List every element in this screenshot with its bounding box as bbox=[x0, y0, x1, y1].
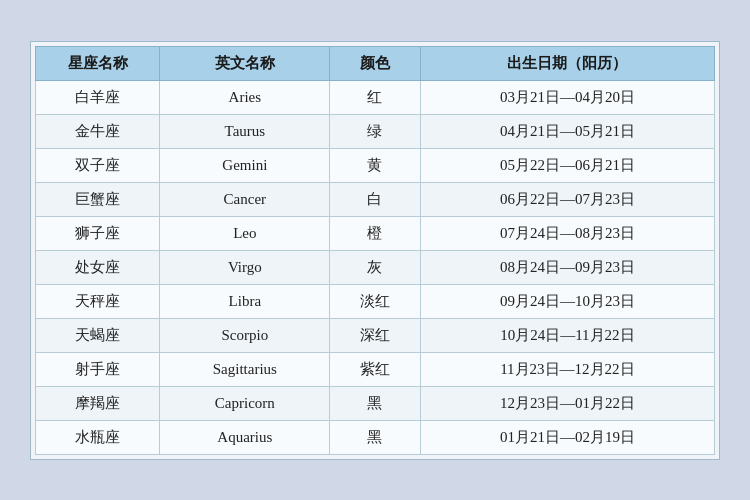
table-row: 摩羯座Capricorn黑12月23日—01月22日 bbox=[36, 386, 715, 420]
cell-color: 绿 bbox=[330, 114, 421, 148]
cell-en: Libra bbox=[160, 284, 330, 318]
table-row: 白羊座Aries红03月21日—04月20日 bbox=[36, 80, 715, 114]
cell-date: 10月24日—11月22日 bbox=[420, 318, 714, 352]
cell-zh: 天秤座 bbox=[36, 284, 160, 318]
cell-en: Aquarius bbox=[160, 420, 330, 454]
cell-en: Leo bbox=[160, 216, 330, 250]
cell-zh: 巨蟹座 bbox=[36, 182, 160, 216]
table-row: 巨蟹座Cancer白06月22日—07月23日 bbox=[36, 182, 715, 216]
cell-color: 黑 bbox=[330, 420, 421, 454]
zodiac-table: 星座名称 英文名称 颜色 出生日期（阳历） 白羊座Aries红03月21日—04… bbox=[35, 46, 715, 455]
table-row: 射手座Sagittarius紫红11月23日—12月22日 bbox=[36, 352, 715, 386]
cell-zh: 白羊座 bbox=[36, 80, 160, 114]
cell-zh: 射手座 bbox=[36, 352, 160, 386]
cell-color: 淡红 bbox=[330, 284, 421, 318]
cell-date: 08月24日—09月23日 bbox=[420, 250, 714, 284]
cell-date: 01月21日—02月19日 bbox=[420, 420, 714, 454]
zodiac-table-container: 星座名称 英文名称 颜色 出生日期（阳历） 白羊座Aries红03月21日—04… bbox=[30, 41, 720, 460]
cell-zh: 摩羯座 bbox=[36, 386, 160, 420]
cell-color: 黄 bbox=[330, 148, 421, 182]
cell-zh: 金牛座 bbox=[36, 114, 160, 148]
header-color: 颜色 bbox=[330, 46, 421, 80]
cell-zh: 天蝎座 bbox=[36, 318, 160, 352]
cell-color: 紫红 bbox=[330, 352, 421, 386]
table-row: 狮子座Leo橙07月24日—08月23日 bbox=[36, 216, 715, 250]
cell-en: Capricorn bbox=[160, 386, 330, 420]
cell-color: 深红 bbox=[330, 318, 421, 352]
cell-date: 07月24日—08月23日 bbox=[420, 216, 714, 250]
table-row: 水瓶座Aquarius黑01月21日—02月19日 bbox=[36, 420, 715, 454]
cell-en: Cancer bbox=[160, 182, 330, 216]
cell-en: Taurus bbox=[160, 114, 330, 148]
cell-date: 09月24日—10月23日 bbox=[420, 284, 714, 318]
header-en: 英文名称 bbox=[160, 46, 330, 80]
cell-color: 橙 bbox=[330, 216, 421, 250]
cell-zh: 狮子座 bbox=[36, 216, 160, 250]
cell-en: Aries bbox=[160, 80, 330, 114]
cell-en: Gemini bbox=[160, 148, 330, 182]
header-date: 出生日期（阳历） bbox=[420, 46, 714, 80]
cell-en: Scorpio bbox=[160, 318, 330, 352]
cell-date: 03月21日—04月20日 bbox=[420, 80, 714, 114]
cell-zh: 水瓶座 bbox=[36, 420, 160, 454]
cell-date: 11月23日—12月22日 bbox=[420, 352, 714, 386]
cell-zh: 双子座 bbox=[36, 148, 160, 182]
table-row: 天秤座Libra淡红09月24日—10月23日 bbox=[36, 284, 715, 318]
cell-color: 白 bbox=[330, 182, 421, 216]
cell-en: Sagittarius bbox=[160, 352, 330, 386]
table-row: 天蝎座Scorpio深红10月24日—11月22日 bbox=[36, 318, 715, 352]
cell-color: 灰 bbox=[330, 250, 421, 284]
cell-color: 黑 bbox=[330, 386, 421, 420]
cell-date: 06月22日—07月23日 bbox=[420, 182, 714, 216]
table-row: 双子座Gemini黄05月22日—06月21日 bbox=[36, 148, 715, 182]
table-header-row: 星座名称 英文名称 颜色 出生日期（阳历） bbox=[36, 46, 715, 80]
cell-date: 05月22日—06月21日 bbox=[420, 148, 714, 182]
cell-date: 04月21日—05月21日 bbox=[420, 114, 714, 148]
cell-zh: 处女座 bbox=[36, 250, 160, 284]
cell-color: 红 bbox=[330, 80, 421, 114]
cell-en: Virgo bbox=[160, 250, 330, 284]
cell-date: 12月23日—01月22日 bbox=[420, 386, 714, 420]
header-zh: 星座名称 bbox=[36, 46, 160, 80]
table-row: 金牛座Taurus绿04月21日—05月21日 bbox=[36, 114, 715, 148]
table-row: 处女座Virgo灰08月24日—09月23日 bbox=[36, 250, 715, 284]
